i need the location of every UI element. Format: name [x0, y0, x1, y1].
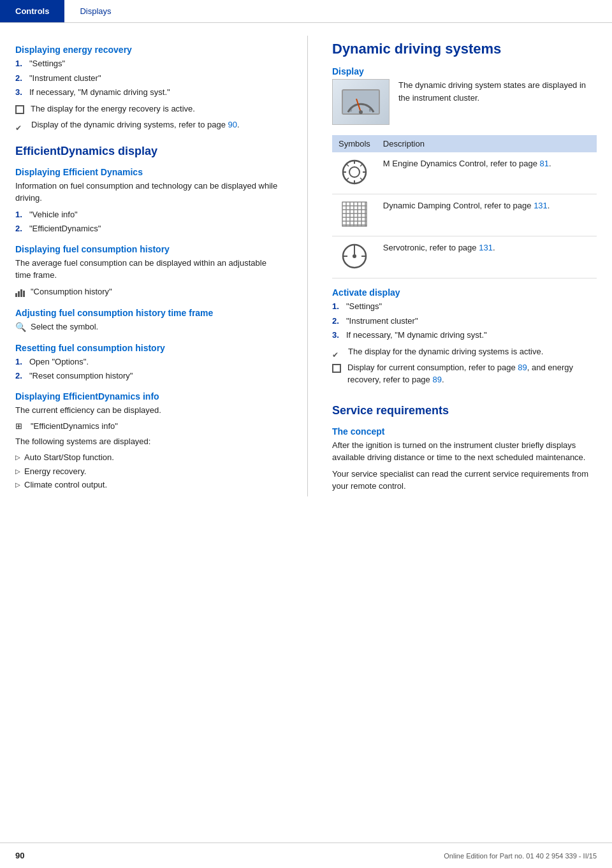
damping-description: Dynamic Damping Control, refer to page 1…	[377, 194, 597, 236]
svg-point-0	[359, 110, 363, 114]
concept-title: The concept	[332, 426, 597, 437]
tab-displays-label: Displays	[80, 6, 111, 16]
right-column: Dynamic driving systems Display 0 8	[332, 36, 597, 496]
footer-text: Online Edition for Part no. 01 40 2 954 …	[444, 852, 597, 860]
reset-steps: 1. Open "Options". 2. "Reset consumption…	[15, 356, 283, 382]
list-item: 1. "Settings"	[15, 57, 283, 70]
concept-text1: After the ignition is turned on the inst…	[332, 439, 597, 464]
symbols-table: Symbols Description	[332, 135, 597, 278]
eff-steps: 1. "Vehicle info" 2. "EfficientDynamics"	[15, 208, 283, 235]
page-footer: 90 Online Edition for Part no. 01 40 2 9…	[0, 843, 612, 868]
list-item: 2. "Instrument cluster"	[15, 72, 283, 85]
engine-icon-cell	[332, 152, 377, 194]
fuel-history-text: The average fuel consumption can be disp…	[15, 257, 283, 282]
displaying-eff-title: Displaying Efficient Dynamics	[15, 167, 283, 177]
reset-title: Resetting fuel consumption history	[15, 343, 283, 353]
damping-icon-cell	[332, 194, 377, 236]
energy-recovery-steps: 1. "Settings" 2. "Instrument cluster" 3.…	[15, 57, 283, 99]
page-link-131b[interactable]: 131	[479, 243, 493, 252]
service-requirements-title: Service requirements	[332, 404, 597, 417]
list-item: 1. Open "Options".	[15, 356, 283, 368]
svg-text:0: 0	[350, 108, 352, 112]
list-item: Auto Start/Stop function.	[15, 451, 283, 464]
table-header-description: Description	[377, 135, 597, 152]
tab-controls-label: Controls	[15, 6, 49, 16]
eff-info-title: Displaying EfficientDynamics info	[15, 391, 283, 401]
engine-description: M Engine Dynamics Control, refer to page…	[377, 152, 597, 194]
activate-steps: 1. "Settings" 2. "Instrument cluster" 3.…	[332, 300, 597, 342]
main-content: Displaying energy recovery 1. "Settings"…	[0, 23, 612, 535]
svg-text:8: 8	[369, 108, 371, 112]
energy-note2: Display of the dynamic driving systems, …	[15, 119, 283, 132]
instrument-cluster-image: 0 8	[332, 79, 390, 125]
displaying-energy-recovery-title: Displaying energy recovery	[15, 45, 283, 55]
fuel-history-icon-text: "Consumption history"	[15, 286, 283, 299]
concept-text2: Your service specialist can read the cur…	[332, 468, 597, 493]
table-row: M Engine Dynamics Control, refer to page…	[332, 152, 597, 194]
displaying-energy-recovery-section: Displaying energy recovery 1. "Settings"…	[15, 45, 283, 132]
table-row: Servotronic, refer to page 131.	[332, 236, 597, 278]
page-number: 90	[15, 851, 24, 860]
list-item: 1. "Vehicle info"	[15, 208, 283, 221]
page-link-131a[interactable]: 131	[534, 201, 548, 210]
efficient-dynamics-title: EfficientDynamics display	[15, 145, 283, 158]
steering-icon-cell	[332, 236, 377, 278]
svg-point-4	[349, 167, 360, 177]
engine-dynamics-icon	[341, 159, 368, 185]
activate-note1: The display for the dynamic driving syst…	[332, 345, 597, 359]
tab-displays[interactable]: Displays	[64, 0, 126, 22]
left-column: Displaying energy recovery 1. "Settings"…	[15, 36, 283, 496]
activate-display-title: Activate display	[332, 287, 597, 298]
activate-note2: Display for current consumption, refer t…	[332, 361, 597, 386]
eff-info-text2: The following systems are displayed:	[15, 435, 283, 448]
efficient-dynamics-display-section: EfficientDynamics display Displaying Eff…	[15, 145, 283, 491]
servotronic-icon	[341, 243, 368, 270]
table-row: Dynamic Damping Control, refer to page 1…	[332, 194, 597, 236]
list-item: 3. If necessary, "M dynamic driving syst…	[15, 86, 283, 99]
list-item: Climate control output.	[15, 479, 283, 491]
checkmark-activate-icon	[332, 345, 344, 359]
gauge-svg: 0 8	[345, 90, 377, 114]
bar-chart-icon	[15, 286, 27, 299]
display-sub-title: Display	[332, 66, 597, 76]
square-icon	[15, 103, 27, 116]
eff-info-list: Auto Start/Stop function. Energy recover…	[15, 451, 283, 491]
page-link-89a[interactable]: 89	[518, 363, 527, 372]
grid-icon: ⊞	[15, 420, 27, 433]
square-activate-icon	[332, 361, 344, 375]
page-link-90[interactable]: 90	[228, 120, 237, 129]
list-item: 2. "Reset consumption history"	[15, 370, 283, 382]
service-requirements-section: Service requirements The concept After t…	[332, 404, 597, 493]
list-item: 2. "EfficientDynamics"	[15, 222, 283, 235]
table-header-symbols: Symbols	[332, 135, 377, 152]
list-item: 3. If necessary, "M dynamic driving syst…	[332, 329, 597, 342]
top-navigation: Controls Displays	[0, 0, 612, 23]
adjust-title: Adjusting fuel consumption history time …	[15, 308, 283, 318]
tab-controls[interactable]: Controls	[0, 0, 64, 22]
eff-info-text1: The current efficiency can be displayed.	[15, 404, 283, 417]
list-item: Energy recovery.	[15, 465, 283, 478]
magnifier-icon: 🔍	[15, 321, 27, 334]
adjust-icon-text: 🔍 Select the symbol.	[15, 321, 283, 334]
column-divider	[307, 36, 308, 496]
page-link-81[interactable]: 81	[540, 159, 549, 168]
energy-note1: The display for the energy recovery is a…	[15, 103, 283, 116]
displaying-eff-text: Information on fuel consumption and tech…	[15, 180, 283, 205]
list-item: 2. "Instrument cluster"	[332, 315, 597, 328]
page-link-89b[interactable]: 89	[432, 375, 441, 384]
servotronic-description: Servotronic, refer to page 131.	[377, 236, 597, 278]
damping-icon	[341, 201, 368, 228]
display-intro: 0 8 The dynamic driving system states ar…	[332, 79, 597, 131]
eff-info-icon: ⊞ "EfficientDynamics info"	[15, 420, 283, 433]
checkmark-icon	[15, 119, 27, 132]
list-item: 1. "Settings"	[332, 300, 597, 313]
dynamic-driving-section: Dynamic driving systems Display 0 8	[332, 41, 597, 386]
fuel-history-title: Displaying fuel consumption history	[15, 244, 283, 254]
svg-point-19	[353, 254, 356, 258]
gauge-illustration: 0 8	[342, 89, 380, 115]
dynamic-driving-title: Dynamic driving systems	[332, 41, 597, 57]
